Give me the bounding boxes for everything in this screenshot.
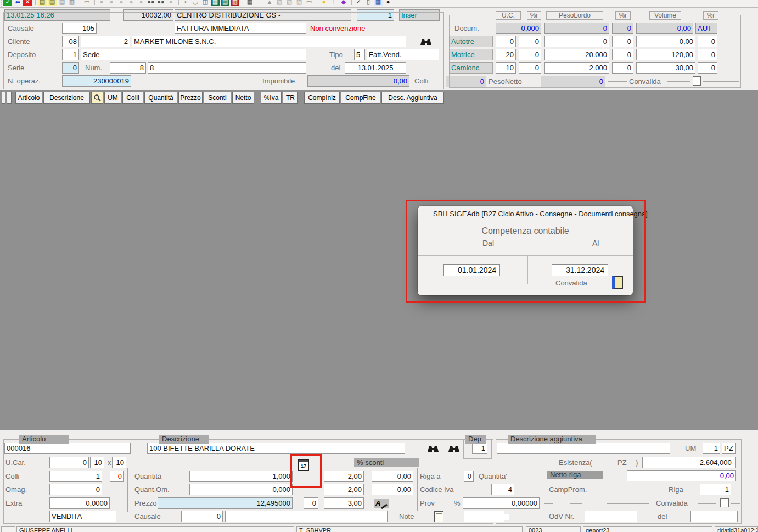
toolbar-disabled-circle-icon[interactable]: ● <box>117 0 126 6</box>
toolbar-disabled-circle-icon[interactable]: ● <box>137 0 145 6</box>
transport-cell[interactable]: 0 <box>519 62 541 74</box>
transport-cell[interactable]: 0 <box>612 36 633 47</box>
al-date-field[interactable]: 31.12.2024 <box>552 264 608 276</box>
divider <box>127 468 128 512</box>
dep-field[interactable]: 1 <box>472 443 487 454</box>
dal-date-field[interactable]: 01.01.2024 <box>443 264 500 276</box>
toolbar-bowl-icon[interactable]: ◡ <box>191 0 200 6</box>
toolbar-pin-icon[interactable]: ! <box>329 0 338 6</box>
note-checkbox[interactable] <box>503 514 509 520</box>
toolbar-session-icon[interactable]: ● <box>384 0 392 6</box>
transport-cell[interactable]: 2.000 <box>544 62 609 74</box>
toolbar-back-icon[interactable]: ⬅ <box>13 0 22 6</box>
toolbar-favorites-icon[interactable]: ◆ <box>339 0 348 6</box>
transport-cell[interactable]: 0 <box>612 62 633 74</box>
toolbar-separator <box>351 0 352 5</box>
toolbar-doc-dim-icon[interactable]: ▧ <box>285 0 294 6</box>
binoculars-icon[interactable] <box>427 444 439 455</box>
grid-column-colli[interactable]: Colli <box>122 92 143 104</box>
transport-cell[interactable]: 120,00 <box>636 49 695 60</box>
toolbar-export-doc2-icon[interactable]: ▤ <box>48 0 57 6</box>
dal-label: Dal <box>482 239 494 248</box>
descrizione-field[interactable]: 100 BIFETTE BARILLA DORATE <box>147 443 405 454</box>
transport-cell[interactable]: 0 <box>544 36 609 47</box>
transport-cell[interactable]: 0 <box>612 49 633 60</box>
detail-convalida-checkbox[interactable] <box>720 498 729 507</box>
transport-cell[interactable]: 20 <box>496 49 516 60</box>
grid-column-prezzo[interactable]: Prezzo <box>178 92 203 104</box>
um-code-field[interactable]: 1 <box>703 443 720 454</box>
document-header-frame <box>3 12 444 89</box>
divider <box>390 517 397 517</box>
toolbar-doc-view-icon[interactable]: ▤ <box>58 0 66 6</box>
transport-cell[interactable]: 10 <box>496 62 516 74</box>
font-sign-icon[interactable]: A <box>374 499 389 508</box>
grid-column-descrizione[interactable]: Descrizione <box>43 92 90 104</box>
desc-aggiuntiva-group-label: Descrizione aggiuntiva <box>508 435 596 444</box>
toolbar-window-grid-icon[interactable]: ▦ <box>245 0 254 6</box>
transport-cell[interactable]: 0 <box>496 36 516 47</box>
divider <box>703 81 739 82</box>
grid-column--iva[interactable]: %Iva <box>261 92 282 104</box>
binoculars-icon[interactable] <box>448 444 460 455</box>
toolbar-confirm-icon[interactable]: ✓ <box>3 0 12 6</box>
toolbar-preview-icon[interactable]: ◫ <box>201 0 210 6</box>
toolbar-bulb-icon[interactable]: ● <box>319 0 328 6</box>
toolbar-csv-icon[interactable]: ▤ <box>221 0 229 6</box>
dialog-heading: Competenza contabile <box>418 226 633 236</box>
toolbar-export-doc-icon[interactable]: ▤ <box>38 0 47 6</box>
toolbar-doc-forward-icon[interactable]: ▥ <box>68 0 76 6</box>
transport-cell[interactable]: 0 <box>519 49 541 60</box>
toolbar-disabled-circle-icon[interactable]: ● <box>107 0 116 6</box>
grid-column-tr[interactable]: TR <box>283 92 298 104</box>
toolbar-paste-icon[interactable]: ▭ <box>82 0 91 6</box>
toolbar-grip[interactable] <box>1 0 3 7</box>
transport-cell[interactable]: 30,00 <box>636 62 695 74</box>
grid-column-netto[interactable]: Netto <box>232 92 254 104</box>
articolo-code-field[interactable]: 000016 <box>4 443 131 454</box>
toolbar-binoculars-icon[interactable]: ●● <box>156 0 165 6</box>
competenza-dialog: SBH SIGEAdb [B27 Ciclo Attivo - Consegne… <box>418 206 633 295</box>
toolbar-mouse-icon[interactable]: ◗ <box>181 0 190 6</box>
toolbar-disabled-circle-icon[interactable]: ● <box>166 0 175 6</box>
toolbar-disabled-circle-icon[interactable]: ● <box>127 0 136 6</box>
grid-column-articolo[interactable]: Articolo <box>15 92 42 104</box>
grid-column-um[interactable]: UM <box>104 92 121 104</box>
toolbar-trash-icon[interactable]: ▯ <box>364 0 373 6</box>
transport-col-header: PesoLordo <box>546 11 603 20</box>
transport-convalida-checkbox[interactable] <box>693 76 701 86</box>
transport-cell[interactable]: 20.000 <box>544 49 609 60</box>
calendar-icon[interactable]: 17 <box>298 459 309 471</box>
toolbar-doc-dim-icon[interactable]: ▧ <box>275 0 284 6</box>
toolbar-calculator-icon[interactable]: ▦ <box>374 0 383 6</box>
transport-cell[interactable]: 0 <box>698 62 717 74</box>
transport-cell[interactable]: 0 <box>698 49 717 60</box>
toolbar-sign-icon[interactable]: ✓ <box>354 0 363 6</box>
grid-column-desc-aggiuntiva[interactable]: Desc. Aggiuntiva <box>381 92 444 104</box>
toolbar-xml-icon[interactable]: ▥ <box>231 0 239 6</box>
toolbar-monitor-icon[interactable]: ▭ <box>305 0 313 6</box>
toolbar-cancel-icon[interactable]: ✕ <box>23 0 32 6</box>
toolbar-list-icon[interactable]: ≡ <box>255 0 264 6</box>
transport-docum-cell: 0,00 <box>636 23 693 34</box>
toolbar-chart-icon[interactable]: ▲ <box>265 0 274 6</box>
transport-row-label-autotre: Autotre <box>449 36 493 47</box>
transport-cell[interactable]: 0 <box>698 36 717 47</box>
convalida-cursor-icon[interactable] <box>612 276 623 289</box>
notepad-icon[interactable] <box>434 511 443 522</box>
binoculars-icon[interactable] <box>420 37 432 48</box>
grid-column-quantit-[interactable]: Quantità <box>144 92 177 104</box>
toolbar-doc-dim-icon[interactable]: ▧ <box>295 0 304 6</box>
toolbar-disabled-circle-icon[interactable]: ● <box>97 0 106 6</box>
um-unit-field[interactable]: PZ <box>722 443 736 454</box>
toolbar-excel-icon[interactable]: ▦ <box>211 0 220 6</box>
grid-column-compiniz[interactable]: CompIniz <box>304 92 340 104</box>
desc-aggiuntiva-field[interactable] <box>497 443 670 454</box>
articolo-group-label: Articolo <box>19 435 69 444</box>
grid-column-compfine[interactable]: CompFine <box>341 92 380 104</box>
transport-cell[interactable]: 0,00 <box>636 36 695 47</box>
transport-cell[interactable]: 0 <box>519 36 541 47</box>
grid-column-magnifier-icon[interactable] <box>91 92 103 104</box>
toolbar-binoculars-icon[interactable]: ●● <box>147 0 155 6</box>
grid-column-sconti[interactable]: Sconti <box>204 92 231 104</box>
